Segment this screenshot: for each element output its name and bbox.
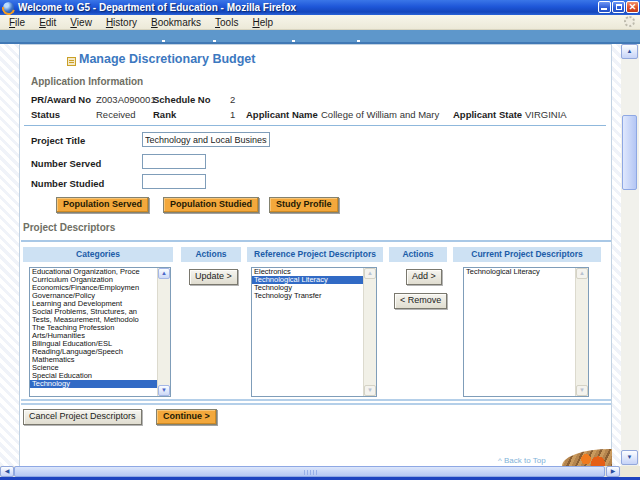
close-button[interactable]: ✕ [626,1,639,13]
category-option[interactable]: Tests, Measurement, Methodolo [30,316,157,324]
minimize-icon [601,8,607,10]
page-title: Manage Discretionary Budget [79,52,255,66]
browser-window: Welcome to G5 - Department of Education … [0,0,640,480]
reference-descriptor-option[interactable]: Technological Literacy [252,276,363,284]
window-title: Welcome to G5 - Department of Education … [18,2,296,13]
menu-item[interactable]: Tools [210,16,243,29]
scroll-left-icon[interactable]: ◀ [0,466,14,477]
population-served-button[interactable]: Population Served [56,197,149,213]
applicant-name-value: College of William and Mary [321,109,453,120]
reference-descriptor-option[interactable]: Technology Transfer [252,292,363,300]
page-content: Manage Discretionary Budget Application … [19,44,612,466]
divider-line [21,403,611,405]
scroll-down-icon[interactable]: ▼ [576,385,588,396]
applicant-name-label: Applicant Name [246,109,321,120]
status-info-row: Status Received Rank 1 Applicant Name Co… [31,109,609,120]
scroll-down-icon[interactable]: ▼ [621,450,638,465]
scroll-up-icon[interactable]: ▲ [576,268,588,279]
pr-award-value: Z003A090001 [96,94,153,105]
categories-scrollbar[interactable]: ▲ ▼ [157,268,170,396]
category-option[interactable]: Mathematics [30,356,157,364]
reference-descriptor-option[interactable]: Technology [252,284,363,292]
nav-remnant [357,40,360,42]
actions-header-2: Actions [389,247,447,262]
divider-line [24,125,606,126]
menubar: FileEditViewHistoryBookmarksToolsHelp [0,15,640,30]
menu-item[interactable]: View [65,16,97,29]
restore-icon [616,4,622,10]
update-button[interactable]: Update > [189,269,238,285]
current-descriptor-option[interactable]: Technological Literacy [464,268,575,276]
status-label: Status [31,109,96,120]
titlebar: Welcome to G5 - Department of Education … [0,0,640,15]
scroll-up-icon[interactable]: ▲ [364,268,376,279]
menu-item[interactable]: Help [247,16,278,29]
reference-descriptors-header: Reference Project Descriptors [247,247,383,262]
project-descriptors-heading: Project Descriptors [23,222,115,233]
category-option[interactable]: The Teaching Profession [30,324,157,332]
horizontal-scroll-thumb[interactable] [14,466,605,477]
nav-band [0,30,640,44]
reference-descriptor-option[interactable]: Electronics [252,268,363,276]
page-left-margin [0,44,19,466]
cancel-project-descriptors-button[interactable]: Cancel Project Descriptors [23,409,142,425]
category-option[interactable]: Technology [30,380,157,388]
continue-button[interactable]: Continue > [156,409,217,425]
number-served-input[interactable] [142,154,206,169]
menu-item[interactable]: Bookmarks [146,16,206,29]
status-value: Received [96,109,153,120]
menu-item[interactable]: Edit [34,16,61,29]
category-option[interactable]: Learning and Development [30,300,157,308]
reference-descriptors-listbox[interactable]: ElectronicsTechnological LiteracyTechnol… [251,267,377,397]
category-option[interactable]: Curriculum Organization [30,276,157,284]
number-studied-input[interactable] [142,174,206,189]
restore-button[interactable] [612,1,625,13]
category-option[interactable]: Science [30,364,157,372]
scroll-down-icon[interactable]: ▼ [158,385,170,396]
add-button[interactable]: Add > [406,269,442,285]
category-option[interactable]: Governance/Policy [30,292,157,300]
categories-listbox[interactable]: Educational Organization, ProceCurriculu… [29,267,171,397]
pr-award-label: PR/Award No [31,94,96,105]
current-scrollbar[interactable]: ▲ ▼ [575,268,588,396]
schedule-no-value: 2 [230,94,246,105]
nav-remnant [292,40,295,42]
application-information-heading: Application Information [31,76,143,87]
rank-value: 1 [230,109,246,120]
number-studied-label: Number Studied [31,178,104,189]
scroll-up-icon[interactable]: ▲ [621,44,638,59]
menu-item[interactable]: File [4,16,30,29]
award-info-row: PR/Award No Z003A090001 Schedule No 2 [31,94,609,105]
category-option[interactable]: Bilingual Education/ESL [30,340,157,348]
remove-button[interactable]: < Remove [394,293,447,309]
project-title-label: Project Title [31,135,85,146]
reference-scrollbar[interactable]: ▲ ▼ [363,268,376,396]
nav-remnant [162,40,165,42]
vertical-scroll-thumb[interactable] [622,115,637,190]
schedule-no-label: Schedule No [153,94,230,105]
heading-bullet-icon [67,57,76,66]
current-descriptors-header: Current Project Descriptors [453,247,601,262]
throbber-icon [624,16,635,27]
applicant-state-label: Applicant State [453,109,525,120]
project-title-input[interactable] [142,132,270,147]
current-descriptors-listbox[interactable]: Technological Literacy [463,267,589,397]
vertical-scrollbar[interactable]: ▲ ▼ [621,44,639,466]
category-option[interactable]: Economics/Finance/Employmen [30,284,157,292]
actions-header-1: Actions [181,247,241,262]
back-to-top-link[interactable]: ^ Back to Top [498,456,546,465]
scroll-up-icon[interactable]: ▲ [158,268,170,279]
category-option[interactable]: Reading/Language/Speech [30,348,157,356]
scroll-right-icon[interactable]: ▶ [606,466,620,477]
scroll-down-icon[interactable]: ▼ [364,385,376,396]
menu-item[interactable]: History [101,16,142,29]
category-option[interactable]: Special Education [30,372,157,380]
category-option[interactable]: Social Problems, Structures, an [30,308,157,316]
corner-decoration-image [562,449,612,466]
study-profile-button[interactable]: Study Profile [269,197,339,213]
minimize-button[interactable] [598,1,611,13]
category-option[interactable]: Arts/Humanities [30,332,157,340]
population-studied-button[interactable]: Population Studied [163,197,259,213]
category-option[interactable]: Educational Organization, Proce [30,268,157,276]
nav-remnant [213,40,216,42]
